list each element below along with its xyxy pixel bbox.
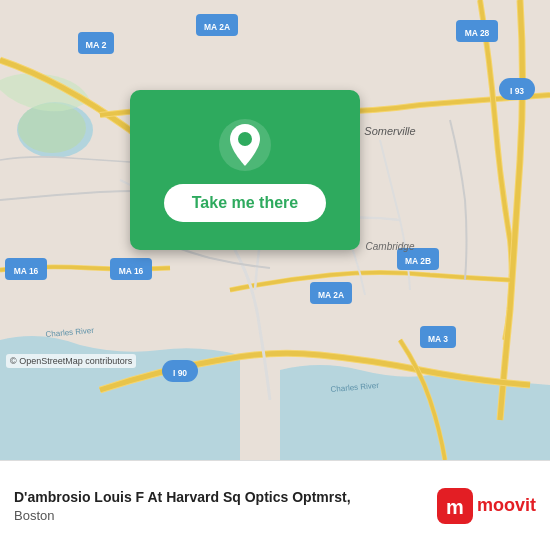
ma2a-mid-label: MA 2A <box>318 290 344 300</box>
moovit-icon: m <box>437 488 473 524</box>
cambridge-text: Cambridge <box>366 241 415 252</box>
location-card: Take me there <box>130 90 360 250</box>
ma16-left-label: MA 16 <box>14 266 39 276</box>
i93-label: I 93 <box>510 86 524 96</box>
map-pin-icon <box>218 118 272 172</box>
copyright-text: © OpenStreetMap contributors <box>6 354 136 368</box>
svg-point-14 <box>238 132 252 146</box>
ma16-right-label: MA 16 <box>119 266 144 276</box>
ma3-label: MA 3 <box>428 334 448 344</box>
map-container: MA 2 MA 2A MA 28 I 93 MA 16 MA 16 MA 2B … <box>0 0 550 460</box>
location-info: D'ambrosio Louis F At Harvard Sq Optics … <box>14 488 427 523</box>
take-me-there-button[interactable]: Take me there <box>164 184 326 222</box>
somerville-text: Somerville <box>364 125 415 137</box>
i90-label: I 90 <box>173 368 187 378</box>
moovit-logo: m moovit <box>437 488 536 524</box>
ma2b-label: MA 2B <box>405 256 431 266</box>
location-name: D'ambrosio Louis F At Harvard Sq Optics … <box>14 488 427 506</box>
ma2a-top-label: MA 2A <box>204 22 230 32</box>
location-city: Boston <box>14 508 427 523</box>
svg-text:m: m <box>446 496 464 518</box>
ma2-label: MA 2 <box>85 40 106 50</box>
ma28-label: MA 28 <box>465 28 490 38</box>
bottom-bar: D'ambrosio Louis F At Harvard Sq Optics … <box>0 460 550 550</box>
moovit-text: moovit <box>477 495 536 516</box>
